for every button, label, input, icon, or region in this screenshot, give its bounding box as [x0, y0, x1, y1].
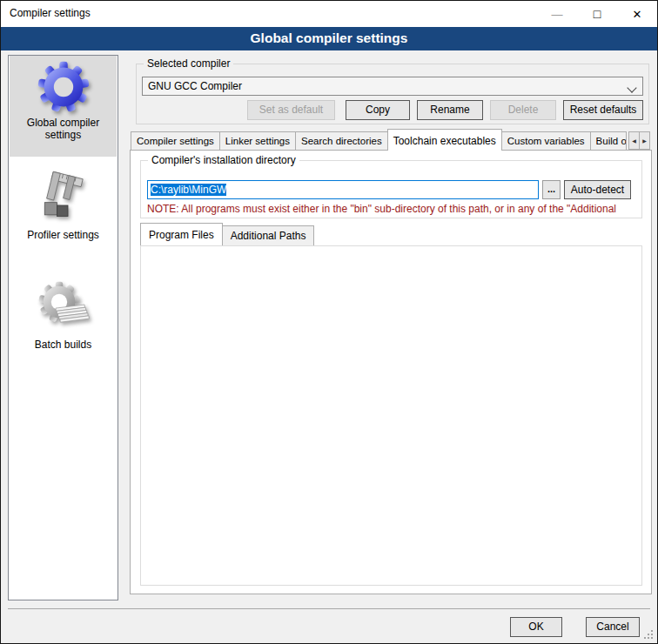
installation-directory-group: Compiler's installation directory C:\ray…: [140, 160, 642, 218]
tab-scroll-buttons: ◀ ▶: [628, 131, 650, 150]
page-title: Global compiler settings: [1, 27, 657, 50]
subtab-program-files[interactable]: Program Files: [140, 223, 223, 245]
installation-directory-value: C:\raylib\MinGW: [151, 184, 226, 196]
copy-button[interactable]: Copy: [346, 100, 410, 120]
chevron-down-icon: [627, 83, 636, 92]
sidebar-item-label: Profiler settings: [10, 229, 117, 241]
sidebar-item-global-compiler-settings[interactable]: Global compiler settings: [10, 56, 117, 157]
tab-custom-variables[interactable]: Custom variables: [501, 131, 591, 151]
subtab-additional-paths[interactable]: Additional Paths: [222, 225, 315, 245]
browse-directory-button[interactable]: ...: [542, 180, 561, 199]
window-controls: — □ ✕: [537, 1, 657, 27]
sidebar-item-label: Batch builds: [10, 339, 117, 351]
delete-button: Delete: [490, 100, 556, 120]
maximize-icon[interactable]: □: [577, 1, 617, 27]
compiler-select[interactable]: GNU GCC Compiler: [142, 77, 643, 96]
resize-grip[interactable]: [644, 630, 654, 640]
sidebar-item-profiler-settings[interactable]: Profiler settings: [10, 169, 117, 256]
tab-compiler-settings[interactable]: Compiler settings: [131, 131, 220, 151]
sidebar-item-label: Global compiler settings: [20, 117, 107, 141]
sidebar-item-batch-builds[interactable]: Batch builds: [10, 280, 117, 367]
rename-button[interactable]: Rename: [417, 100, 483, 120]
tab-scroll-right-icon[interactable]: ▶: [639, 131, 650, 150]
ok-button[interactable]: OK: [510, 617, 562, 637]
program-files-panel: [140, 245, 642, 586]
footer-divider: [8, 608, 650, 609]
titlebar: Compiler settings — □ ✕: [1, 1, 657, 27]
tab-toolchain-executables[interactable]: Toolchain executables: [387, 129, 502, 151]
reset-defaults-button[interactable]: Reset defaults: [563, 100, 643, 120]
tab-linker-settings[interactable]: Linker settings: [219, 131, 296, 151]
set-as-default-button: Set as default: [247, 100, 335, 120]
installation-directory-note: NOTE: All programs must exist either in …: [147, 203, 638, 215]
toolchain-subtabstrip: Program Files Additional Paths: [140, 223, 313, 245]
cancel-button[interactable]: Cancel: [586, 617, 640, 637]
close-icon[interactable]: ✕: [617, 1, 657, 27]
settings-category-list: Global compiler settings: [8, 55, 118, 600]
installation-directory-input[interactable]: C:\raylib\MinGW: [147, 180, 539, 199]
window-title: Compiler settings: [10, 1, 91, 26]
tab-build-options[interactable]: Build options: [590, 131, 627, 151]
compiler-settings-window: Compiler settings — □ ✕ Global compiler …: [0, 0, 658, 644]
tab-search-directories[interactable]: Search directories: [295, 131, 388, 151]
installation-directory-group-label: Compiler's installation directory: [148, 154, 299, 166]
selected-compiler-group-label: Selected compiler: [144, 57, 233, 70]
auto-detect-button[interactable]: Auto-detect: [564, 180, 631, 199]
minimize-icon[interactable]: —: [537, 1, 577, 27]
settings-tabstrip: Compiler settings Linker settings Search…: [131, 129, 652, 151]
gray-gear-stack-icon: [37, 323, 90, 335]
compiler-select-value: GNU GCC Compiler: [148, 80, 242, 92]
blue-gear-icon: [37, 104, 91, 117]
caliper-icon: [37, 213, 90, 225]
